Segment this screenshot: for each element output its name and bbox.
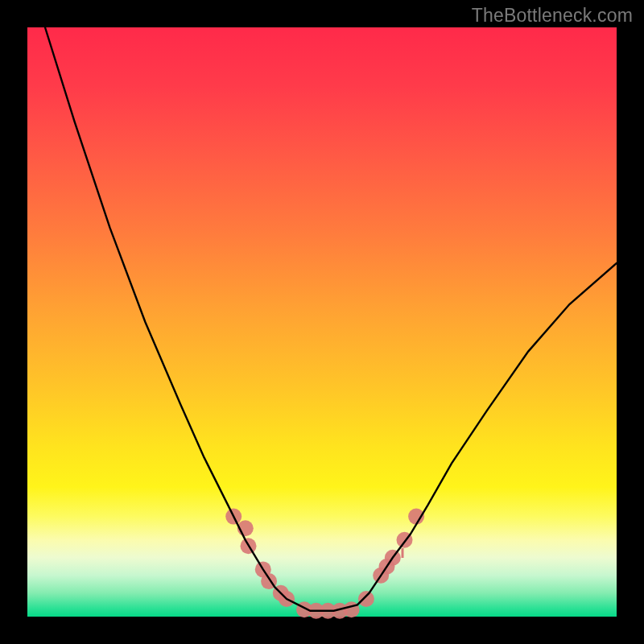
curve-layer — [27, 27, 617, 617]
chart-frame: TheBottleneck.com — [0, 0, 644, 644]
data-marker — [358, 591, 374, 607]
plot-area — [27, 27, 617, 617]
watermark-text: TheBottleneck.com — [472, 5, 633, 27]
bottleneck-curve — [45, 27, 617, 611]
marker-layer — [225, 509, 424, 619]
